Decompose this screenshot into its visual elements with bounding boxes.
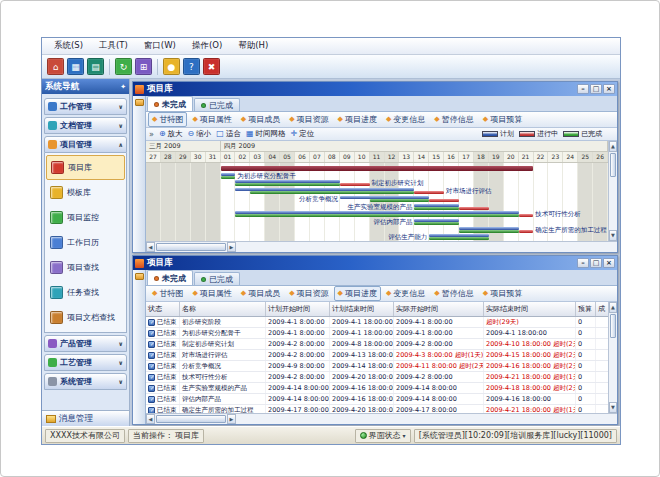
- child-window-titlebar[interactable]: 项目库–□×: [133, 82, 617, 96]
- actual-bar[interactable]: [221, 176, 236, 179]
- scroll-up-arrow[interactable]: ▲: [609, 141, 617, 152]
- table-row[interactable]: 已结束制定初步研究计划2009-4-2 8:00:002009-4-8 18:0…: [146, 339, 608, 350]
- tab-unfinished[interactable]: 未完成: [147, 270, 193, 285]
- scroll-left-arrow[interactable]: ◀: [146, 242, 155, 252]
- tab-message-management[interactable]: 消息管理: [42, 410, 129, 426]
- horizontal-scrollbar[interactable]: ◀▶: [146, 413, 617, 424]
- scroll-down-arrow[interactable]: ▼: [609, 230, 617, 241]
- window-cascade-icon[interactable]: ⊞: [135, 58, 152, 75]
- home-icon[interactable]: ⌂: [47, 58, 64, 75]
- sidebar-item-project-doc-search[interactable]: 项目文档查找: [46, 305, 125, 330]
- pause-info-view-button[interactable]: ◆暂停信息: [430, 112, 477, 127]
- exit-icon[interactable]: ✖: [203, 58, 220, 75]
- tab-finished[interactable]: 已完成: [194, 98, 240, 111]
- summary-bar[interactable]: [221, 166, 534, 171]
- scrollbar-thumb[interactable]: [610, 153, 616, 177]
- table-row[interactable]: 已结束对市场进行评估2009-4-2 8:00:002009-4-13 18:0…: [146, 350, 608, 361]
- horizontal-scrollbar[interactable]: ◀▶: [146, 241, 617, 252]
- tab-unfinished[interactable]: 未完成: [147, 96, 193, 111]
- vertical-scrollbar[interactable]: ▲▼: [608, 141, 617, 241]
- column-header-name[interactable]: 名称: [180, 302, 266, 316]
- sidebar-group-project[interactable]: 项目管理∧: [44, 136, 127, 153]
- change-info-view-button[interactable]: ◆变更信息: [382, 112, 429, 127]
- locate-button[interactable]: ✛定位: [290, 129, 314, 139]
- pin-icon[interactable]: ✦: [120, 83, 126, 91]
- pause-info-view-button[interactable]: ◆暂停信息: [430, 286, 477, 301]
- table-row[interactable]: 已结束生产实验室规模的产品2009-4-14 8:00:002009-4-16 …: [146, 383, 608, 394]
- column-header-actual-start[interactable]: 实际开始时间: [394, 302, 484, 316]
- properties-view-button[interactable]: ◆项目属性: [188, 112, 235, 127]
- overtime-bar[interactable]: [429, 199, 459, 202]
- print-icon[interactable]: ▤: [87, 58, 104, 75]
- column-header-cost[interactable]: 成: [596, 302, 608, 316]
- scroll-down-arrow[interactable]: ▼: [609, 402, 617, 413]
- sidebar-group-system[interactable]: 系统管理∨: [44, 373, 127, 390]
- scrollbar-thumb[interactable]: [610, 314, 616, 338]
- sidebar-item-work-calendar[interactable]: 工作日历: [46, 230, 125, 255]
- fit-button[interactable]: □适合: [216, 129, 241, 139]
- column-header-actual-end[interactable]: 实际结束时间: [484, 302, 576, 316]
- sidebar-group-docs[interactable]: 文档管理∨: [44, 117, 127, 134]
- vertical-scrollbar[interactable]: ▲▼: [608, 302, 617, 413]
- sidebar-item-task-search[interactable]: 任务查找: [46, 280, 125, 305]
- table-row[interactable]: 已结束为初步研究分配骨干2009-4-1 8:00:002009-4-1 18:…: [146, 328, 608, 339]
- column-header-plan-end[interactable]: 计划结束时间: [330, 302, 394, 316]
- zoom-out-button[interactable]: ⊖缩小: [188, 129, 212, 139]
- resources-view-button[interactable]: ◆项目资源: [285, 112, 332, 127]
- save-icon[interactable]: ▦: [67, 58, 84, 75]
- maximize-button[interactable]: □: [590, 258, 602, 268]
- overtime-bar[interactable]: [414, 191, 444, 194]
- gantt-view-button[interactable]: ◆甘特图: [148, 286, 187, 301]
- lock-icon[interactable]: ●: [163, 58, 180, 75]
- menu-tools[interactable]: 工具(T): [91, 39, 136, 53]
- table-row[interactable]: 已结束初步研究阶段2009-4-1 8:00:002009-4-1 18:00:…: [146, 317, 608, 328]
- actual-bar[interactable]: [414, 222, 459, 225]
- overtime-bar[interactable]: [519, 214, 534, 217]
- sidebar-item-project-library[interactable]: 项目库: [46, 155, 125, 180]
- sidebar-group-product[interactable]: 产品管理∨: [44, 335, 127, 352]
- child-window-titlebar[interactable]: 项目库–□×: [133, 256, 617, 270]
- actual-bar[interactable]: [235, 214, 518, 217]
- actual-bar[interactable]: [235, 183, 339, 186]
- refresh-icon[interactable]: ↻: [115, 58, 132, 75]
- scrollbar-thumb[interactable]: [156, 415, 226, 423]
- table-row[interactable]: 已结束技术可行性分析2009-4-2 8:00:002009-4-20 18:0…: [146, 372, 608, 383]
- column-header-budget[interactable]: 预算: [576, 302, 596, 316]
- menu-window[interactable]: 窗口(W): [136, 39, 184, 53]
- sidebar-item-project-search[interactable]: 项目查找: [46, 255, 125, 280]
- menu-operation[interactable]: 操作(O): [184, 39, 230, 53]
- actual-bar[interactable]: [459, 230, 519, 233]
- change-info-view-button[interactable]: ◆变更信息: [382, 286, 429, 301]
- maximize-button[interactable]: □: [590, 84, 602, 94]
- scrollbar-thumb[interactable]: [156, 243, 226, 251]
- budget-view-button[interactable]: ◆项目预算: [479, 286, 526, 301]
- column-header-status[interactable]: 状态: [146, 302, 180, 316]
- table-row[interactable]: 已结束确定生产所需的加工过程2009-4-17 8:00:002009-4-20…: [146, 405, 608, 413]
- sidebar-group-work[interactable]: 工作管理∨: [44, 98, 127, 115]
- project-folder-side-tab[interactable]: [133, 270, 146, 424]
- table-row[interactable]: 已结束分析竞争概况2009-4-9 8:00:002009-4-14 18:00…: [146, 361, 608, 372]
- minimize-button[interactable]: –: [577, 84, 589, 94]
- progress-view-button[interactable]: ◆项目进度: [334, 286, 381, 301]
- overflow-chevron[interactable]: »: [149, 130, 154, 139]
- time-grid-button[interactable]: ▦时间网格: [246, 129, 286, 139]
- help-icon[interactable]: ?: [183, 58, 200, 75]
- resources-view-button[interactable]: ◆项目资源: [285, 286, 332, 301]
- actual-bar[interactable]: [414, 207, 459, 210]
- menu-system[interactable]: 系统(S): [46, 39, 91, 53]
- progress-view-button[interactable]: ◆项目进度: [334, 112, 381, 127]
- actual-bar[interactable]: [250, 191, 414, 194]
- scroll-up-arrow[interactable]: ▲: [609, 302, 617, 313]
- tab-finished[interactable]: 已完成: [194, 272, 240, 285]
- sidebar-item-project-monitor[interactable]: 项目监控: [46, 205, 125, 230]
- scroll-right-arrow[interactable]: ▶: [227, 242, 236, 252]
- table-row[interactable]: 已结束评估内部产品2009-4-14 8:00:002009-4-16 18:0…: [146, 394, 608, 405]
- menu-help[interactable]: 帮助(H): [230, 39, 276, 53]
- members-view-button[interactable]: ◆项目成员: [237, 286, 284, 301]
- actual-bar[interactable]: [370, 199, 430, 202]
- scroll-right-arrow[interactable]: ▶: [227, 414, 236, 424]
- members-view-button[interactable]: ◆项目成员: [237, 112, 284, 127]
- actual-bar[interactable]: [429, 237, 489, 240]
- minimize-button[interactable]: –: [577, 258, 589, 268]
- overtime-bar[interactable]: [459, 207, 489, 210]
